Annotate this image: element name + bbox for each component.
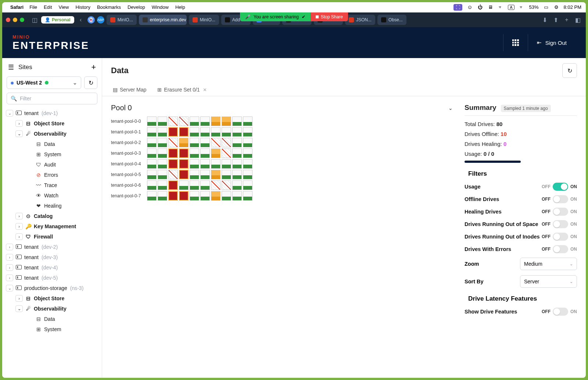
browser-tab[interactable]: MinIO... — [189, 15, 219, 25]
back-button[interactable]: ‹ — [76, 15, 85, 24]
filter-input[interactable]: 🔍 Filter — [7, 93, 97, 104]
drive-cell[interactable] — [211, 159, 220, 169]
drive-cell[interactable] — [222, 191, 231, 201]
drive-cell[interactable] — [211, 138, 220, 147]
drive-cell[interactable] — [200, 180, 210, 190]
drive-cell[interactable] — [168, 191, 178, 201]
drive-cell[interactable] — [158, 127, 167, 137]
drive-cell[interactable] — [232, 116, 242, 126]
drive-cell[interactable] — [243, 116, 252, 126]
drive-cell[interactable] — [200, 159, 210, 169]
sidebar-item-errors[interactable]: ⊘Errors — [2, 170, 102, 180]
filter-toggle[interactable] — [553, 195, 568, 203]
drive-cell[interactable] — [168, 148, 178, 158]
drive-cell[interactable] — [232, 138, 242, 147]
drive-cell[interactable] — [158, 116, 167, 126]
sidebar-icon[interactable]: ◫ — [30, 15, 39, 24]
sidebar-item-observability[interactable]: ⌄☄Observability — [2, 304, 102, 314]
filter-toggle[interactable] — [553, 233, 568, 241]
tabs-overview-icon[interactable]: ◧ — [573, 15, 582, 24]
drive-cell[interactable] — [222, 116, 231, 126]
chevron-right-icon[interactable]: › — [15, 233, 23, 240]
sidebar-item-data[interactable]: ⊟Data — [2, 314, 102, 324]
drive-cell[interactable] — [179, 116, 189, 126]
menu-edit[interactable]: Edit — [44, 4, 52, 10]
drive-cell[interactable] — [243, 148, 252, 158]
drive-cell[interactable] — [168, 116, 178, 126]
toggle-show-features[interactable] — [553, 308, 568, 316]
drive-cell[interactable] — [243, 180, 252, 190]
drive-cell[interactable] — [190, 138, 199, 147]
drive-cell[interactable] — [243, 138, 252, 147]
chevron-down-icon[interactable]: ⌄ — [15, 130, 23, 137]
chevron-right-icon[interactable]: › — [6, 264, 13, 271]
sidebar-item-catalog[interactable]: ›⊙Catalog — [2, 211, 102, 221]
drive-cell[interactable] — [147, 191, 157, 201]
drive-cell[interactable] — [147, 159, 157, 169]
drive-cell[interactable] — [211, 180, 220, 190]
drive-cell[interactable] — [200, 138, 210, 147]
drive-cell[interactable] — [168, 170, 178, 179]
sidebar-item-system[interactable]: ⊞System — [2, 324, 102, 334]
drive-cell[interactable] — [200, 148, 210, 158]
menu-file[interactable]: File — [29, 4, 37, 10]
drive-cell[interactable] — [232, 180, 242, 190]
profile-badge[interactable]: 👤 Personal — [41, 16, 74, 24]
sidebar-item-tenant[interactable]: ⌄tenant (dev-1) — [2, 108, 102, 118]
drive-cell[interactable] — [211, 170, 220, 179]
stop-share-button[interactable]: Stop Share — [311, 12, 348, 21]
drive-cell[interactable] — [147, 138, 157, 147]
drive-cell[interactable] — [211, 191, 220, 201]
chevron-right-icon[interactable]: › — [6, 254, 13, 261]
drive-cell[interactable] — [200, 170, 210, 179]
signout-button[interactable]: ⇤ Sign Out — [528, 34, 576, 51]
sidebar-item-trace[interactable]: 〰Trace — [2, 180, 102, 190]
drive-cell[interactable] — [200, 116, 210, 126]
sidebar-item-observability[interactable]: ⌄☄Observability — [2, 129, 102, 139]
menu-bookmarks[interactable]: Bookmarks — [97, 4, 121, 10]
chevron-right-icon[interactable]: › — [15, 223, 23, 230]
chevron-right-icon[interactable]: › — [15, 295, 23, 302]
battery-icon[interactable]: ▭ — [543, 4, 549, 10]
drive-cell[interactable] — [190, 170, 199, 179]
drive-cell[interactable] — [190, 180, 199, 190]
drive-cell[interactable] — [147, 127, 157, 137]
site-selector[interactable]: ⎈ US-West 2 ⌄ — [7, 76, 81, 89]
chevron-down-icon[interactable]: ⌄ — [448, 105, 453, 111]
drive-cell[interactable] — [232, 148, 242, 158]
chevron-down-icon[interactable]: ⌄ — [6, 110, 13, 116]
drive-cell[interactable] — [158, 159, 167, 169]
browser-tab[interactable]: MinIO... — [107, 15, 137, 25]
chevron-right-icon[interactable]: › — [15, 213, 23, 219]
drive-cell[interactable] — [179, 191, 189, 201]
drive-cell[interactable] — [179, 180, 189, 190]
zoom-select[interactable]: Medium ⌄ — [520, 258, 577, 270]
drive-cell[interactable] — [168, 180, 178, 190]
drive-cell[interactable] — [147, 116, 157, 126]
sidebar-item-tenant[interactable]: ›tenant (dev-5) — [2, 273, 102, 283]
drive-cell[interactable] — [179, 148, 189, 158]
drive-cell[interactable] — [147, 148, 157, 158]
drive-cell[interactable] — [168, 127, 178, 137]
sidebar-item-tenant[interactable]: ⌄production-storage (ns-3) — [2, 283, 102, 293]
sidebar-item-system[interactable]: ⊞System — [2, 149, 102, 159]
menubar-app-name[interactable]: Safari — [10, 4, 24, 10]
drive-cell[interactable] — [222, 148, 231, 158]
drive-cell[interactable] — [243, 127, 252, 137]
sidebar-item-object-store[interactable]: ›⊟Object Store — [2, 293, 102, 304]
close-tab-icon[interactable]: ✕ — [203, 87, 207, 93]
drive-cell[interactable] — [179, 159, 189, 169]
refresh-button[interactable]: ↻ — [84, 76, 97, 89]
drive-cell[interactable] — [243, 191, 252, 201]
close-icon[interactable] — [6, 18, 10, 22]
wifi-icon[interactable]: ᯤ — [498, 4, 503, 10]
tab-server-map[interactable]: ▤ Server Map — [107, 83, 152, 96]
page-refresh-button[interactable]: ↻ — [562, 63, 577, 78]
drive-cell[interactable] — [179, 127, 189, 137]
chevron-right-icon[interactable]: › — [6, 244, 13, 250]
filter-toggle[interactable] — [553, 220, 568, 228]
drive-cell[interactable] — [232, 191, 242, 201]
drive-cell[interactable] — [147, 180, 157, 190]
drive-cell[interactable] — [158, 148, 167, 158]
sidebar-item-data[interactable]: ⊟Data — [2, 139, 102, 149]
